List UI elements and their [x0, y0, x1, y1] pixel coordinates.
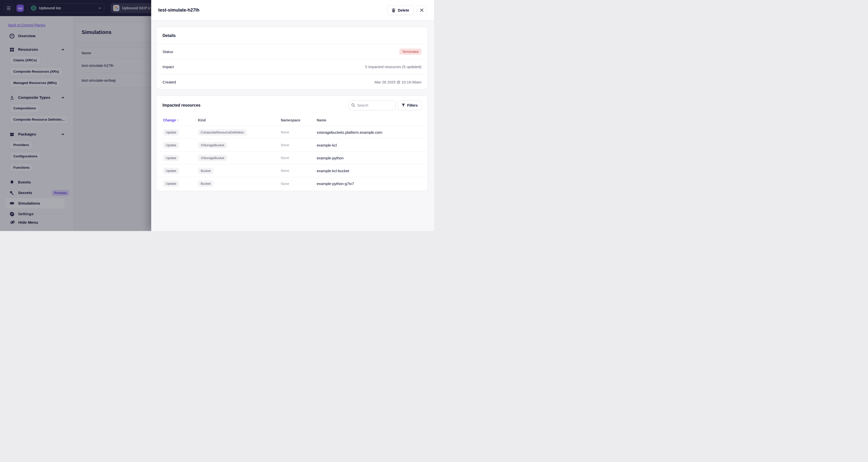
details-heading: Details [156, 27, 428, 44]
simulation-detail-drawer: test-simulate-h27lh Delete Details Statu… [151, 0, 434, 231]
close-icon [420, 8, 424, 12]
name-cell: xstoragebuckets.platform.example.com [317, 130, 428, 135]
impact-row: Impact 5 impacted resources (5 updated) [156, 59, 428, 75]
status-row: Status Terminated [156, 44, 428, 59]
trash-icon [392, 8, 396, 12]
created-value: Mar 26 2025 @ 10:16:56am [374, 80, 422, 84]
impacted-heading: Impacted resources [162, 103, 349, 108]
namespace-cell: None [281, 143, 317, 147]
table-row[interactable]: Update Bucket None example-python-g7tv7 [156, 177, 428, 190]
namespace-cell: None [281, 130, 317, 134]
kind-pill: Bucket [198, 168, 214, 174]
namespace-cell: None [281, 156, 317, 160]
filter-icon [402, 104, 405, 107]
change-pill: Update [163, 129, 179, 136]
table-row[interactable]: Update Bucket None example-kcl-bucket [156, 164, 428, 177]
namespace-cell: None [281, 182, 317, 186]
kind-pill: XStorageBucket [198, 155, 227, 161]
delete-button[interactable]: Delete [387, 5, 413, 15]
close-button[interactable] [417, 5, 427, 15]
impacted-header: Impacted resources Filters [156, 96, 428, 115]
impact-label: Impact [162, 65, 174, 69]
change-pill: Update [163, 142, 179, 148]
search-box [349, 100, 395, 110]
name-cell: example-python-g7tv7 [317, 181, 428, 186]
name-cell: example-python [317, 156, 428, 160]
column-header-kind[interactable]: Kind [198, 118, 281, 122]
impact-value: 5 impacted resources (5 updated) [365, 65, 422, 69]
drawer-title: test-simulate-h27lh [158, 7, 199, 13]
change-pill: Update [163, 155, 179, 161]
change-pill: Update [163, 168, 179, 174]
filters-button[interactable]: Filters [398, 100, 422, 110]
details-card: Details Status Terminated Impact 5 impac… [156, 27, 428, 89]
namespace-cell: None [281, 169, 317, 173]
table-row[interactable]: Update XStorageBucket None example-kcl [156, 139, 428, 151]
column-header-name[interactable]: Name [317, 118, 428, 122]
search-icon [351, 103, 355, 107]
sort-asc-icon: ↑ [177, 118, 179, 122]
table-row[interactable]: Update CompositeResourceDefinition None … [156, 126, 428, 139]
search-input[interactable] [357, 103, 393, 107]
impacted-resources-card: Impacted resources Filters Change ↑ Kind… [156, 95, 428, 191]
status-badge: Terminated [399, 49, 422, 55]
filters-button-label: Filters [407, 103, 418, 107]
kind-pill: Bucket [198, 180, 214, 187]
name-cell: example-kcl-bucket [317, 169, 428, 173]
column-header-namespace[interactable]: Namespace [281, 118, 317, 122]
name-cell: example-kcl [317, 143, 428, 147]
status-label: Status [162, 50, 173, 54]
created-label: Created [162, 80, 176, 84]
table-row[interactable]: Update XStorageBucket None example-pytho… [156, 151, 428, 164]
drawer-header: test-simulate-h27lh Delete [151, 0, 434, 20]
kind-pill: XStorageBucket [198, 142, 227, 148]
change-pill: Update [163, 180, 179, 187]
column-header-change[interactable]: Change ↑ [163, 118, 198, 122]
created-row: Created Mar 26 2025 @ 10:16:56am [156, 75, 428, 89]
delete-button-label: Delete [398, 8, 409, 12]
impacted-table-header: Change ↑ Kind Namespace Name [156, 115, 428, 126]
kind-pill: CompositeResourceDefinition [198, 129, 247, 136]
